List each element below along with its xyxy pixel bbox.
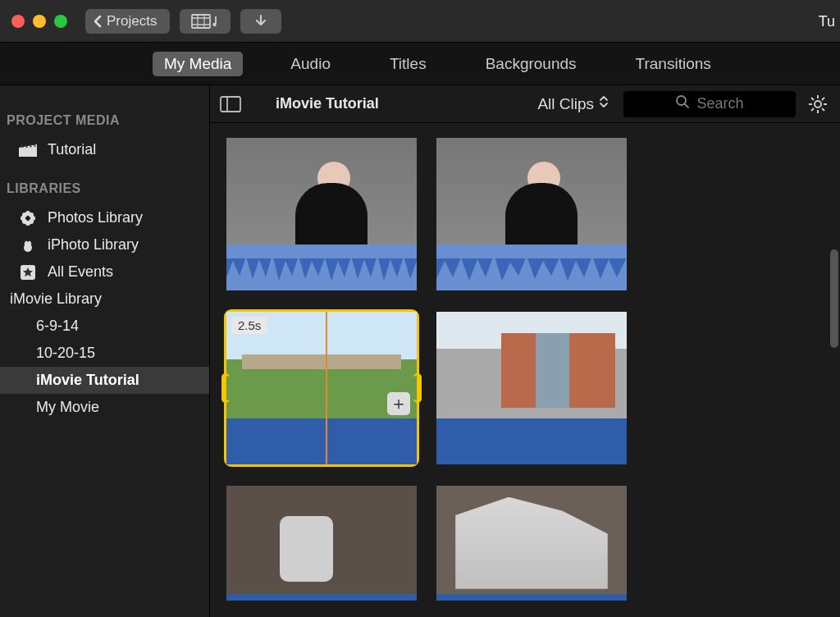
sidebar-item-photos-library[interactable]: Photos Library — [0, 204, 209, 231]
media-browser: iMovie Tutorial All Clips Search — [210, 85, 840, 617]
content-title: iMovie Tutorial — [276, 95, 379, 112]
clip-grid: 2.5s ＋ — [210, 123, 840, 617]
import-button[interactable] — [240, 9, 281, 34]
clip-video-preview — [436, 486, 627, 594]
sidebar-item-label: All Events — [48, 263, 113, 281]
sidebar-item-label: Tutorial — [48, 141, 96, 158]
clips-filter-dropdown[interactable]: All Clips — [537, 94, 609, 113]
iphoto-icon — [18, 237, 38, 254]
svg-line-26 — [822, 108, 824, 111]
svg-point-20 — [815, 101, 821, 107]
clip-thumbnail[interactable] — [226, 486, 417, 601]
media-tabbar: My Media Audio Titles Backgrounds Transi… — [0, 43, 840, 85]
fullscreen-window-button[interactable] — [54, 15, 67, 28]
sidebar-item-event-6-9-14[interactable]: 6-9-14 — [0, 313, 209, 340]
clip-duration-badge: 2.5s — [231, 317, 267, 334]
sidebar-item-event-my-movie[interactable]: My Movie — [0, 394, 209, 421]
search-icon — [675, 94, 690, 113]
sidebar-toggle-button[interactable] — [220, 95, 241, 113]
plus-icon: ＋ — [390, 391, 408, 416]
media-music-button[interactable] — [180, 9, 231, 34]
content-toolbar: iMovie Tutorial All Clips Search — [210, 85, 840, 123]
clip-audio-waveform — [436, 418, 627, 464]
sidebar-item-label: My Movie — [36, 399, 99, 416]
sidebar-item-label: 6-9-14 — [36, 318, 79, 335]
svg-line-25 — [811, 98, 814, 100]
sidebar-item-all-events[interactable]: All Events — [0, 258, 209, 286]
tab-transitions[interactable]: Transitions — [624, 52, 723, 76]
svg-line-27 — [811, 108, 814, 111]
clip-thumbnail-selected[interactable]: 2.5s ＋ — [226, 312, 417, 464]
svg-point-14 — [29, 219, 34, 224]
svg-point-13 — [22, 219, 27, 224]
tab-backgrounds[interactable]: Backgrounds — [474, 52, 588, 76]
clip-thumbnail[interactable] — [436, 486, 627, 601]
sidebar-item-event-10-20-15[interactable]: 10-20-15 — [0, 340, 209, 367]
close-window-button[interactable] — [11, 15, 25, 28]
clip-video-preview — [436, 312, 627, 418]
sidebar-item-label: Photos Library — [48, 209, 143, 226]
clip-thumbnail[interactable] — [436, 138, 627, 290]
sidebar: PROJECT MEDIA Tutorial LIBRARIES Photos … — [0, 85, 210, 617]
projects-label: Projects — [107, 13, 157, 30]
tab-audio[interactable]: Audio — [279, 52, 342, 76]
filter-label: All Clips — [537, 95, 594, 113]
clip-audio-waveform — [226, 418, 417, 464]
playhead[interactable] — [326, 312, 327, 464]
search-placeholder: Search — [696, 95, 743, 112]
sidebar-item-tutorial[interactable]: Tutorial — [0, 136, 209, 163]
minimize-window-button[interactable] — [33, 15, 46, 28]
title-clipped-text: Tu — [819, 0, 835, 43]
sidebar-header-libraries: LIBRARIES — [0, 178, 209, 204]
svg-rect-6 — [19, 148, 37, 157]
svg-point-5 — [213, 22, 217, 25]
clip-video-preview — [226, 138, 417, 245]
sidebar-item-label: iMovie Library — [10, 290, 102, 308]
sidebar-item-event-imovie-tutorial[interactable]: iMovie Tutorial — [0, 367, 209, 394]
clip-video-preview — [226, 486, 417, 594]
svg-point-18 — [677, 96, 686, 105]
sidebar-item-iphoto-library[interactable]: iPhoto Library — [0, 231, 209, 258]
search-input[interactable]: Search — [623, 91, 796, 117]
sidebar-item-label: iPhoto Library — [48, 236, 139, 254]
trim-handle-left[interactable] — [221, 373, 230, 403]
chevron-left-icon — [92, 15, 103, 28]
clip-thumbnail[interactable] — [226, 138, 417, 290]
svg-rect-16 — [221, 97, 240, 112]
clip-thumbnail[interactable] — [436, 312, 627, 464]
tab-my-media[interactable]: My Media — [153, 52, 243, 76]
svg-point-12 — [29, 213, 34, 217]
star-icon — [18, 264, 38, 281]
trim-handle-right[interactable] — [413, 373, 422, 403]
clip-audio-waveform — [436, 245, 627, 290]
clip-video-preview — [436, 138, 627, 245]
scrollbar-thumb[interactable] — [830, 249, 838, 348]
clip-audio-waveform — [436, 594, 627, 601]
up-down-chevron-icon — [599, 94, 609, 113]
add-to-timeline-button[interactable]: ＋ — [387, 392, 410, 415]
clip-audio-waveform — [226, 245, 417, 290]
traffic-lights — [11, 15, 67, 28]
settings-button[interactable] — [806, 92, 830, 117]
projects-back-button[interactable]: Projects — [85, 9, 170, 34]
svg-rect-0 — [192, 15, 210, 28]
titlebar: Projects Tu — [0, 0, 840, 43]
sidebar-item-label: iMovie Tutorial — [36, 372, 139, 389]
svg-line-28 — [822, 98, 824, 100]
tab-titles[interactable]: Titles — [378, 52, 438, 76]
sidebar-item-imovie-library[interactable]: ▼ iMovie Library — [0, 286, 209, 313]
svg-line-19 — [685, 104, 688, 107]
clip-audio-waveform — [226, 594, 417, 601]
photos-app-icon — [18, 210, 38, 226]
sidebar-item-label: 10-20-15 — [36, 345, 95, 362]
sidebar-header-project-media: PROJECT MEDIA — [0, 110, 209, 136]
svg-point-11 — [22, 213, 27, 217]
clapperboard-icon — [18, 142, 38, 158]
